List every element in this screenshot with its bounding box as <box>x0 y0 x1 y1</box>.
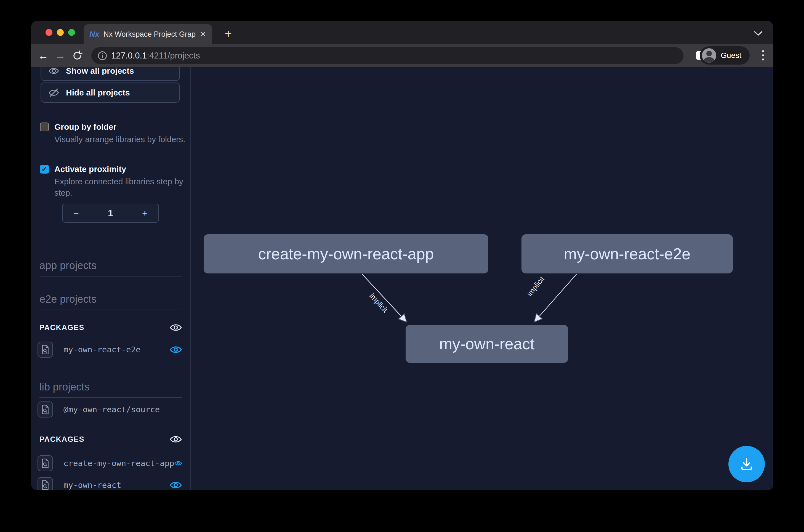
app-projects-header: app projects <box>39 260 182 277</box>
project-row-create-my-own-react-app[interactable]: create-my-own-react-app <box>38 455 182 471</box>
download-icon <box>739 456 754 472</box>
url-host: 127.0.0.1 <box>111 51 147 60</box>
eye-off-icon <box>48 87 59 98</box>
e2e-projects-header: e2e projects <box>39 293 182 310</box>
hide-all-projects-button[interactable]: Hide all projects <box>41 82 180 103</box>
project-row-my-own-react[interactable]: my-own-react <box>38 477 182 490</box>
graph-node-my-own-react-e2e[interactable]: my-own-react-e2e <box>521 234 733 273</box>
graph-node-create-my-own-react-app[interactable]: create-my-own-react-app <box>204 234 489 273</box>
edge-label-implicit: implicit <box>368 292 389 314</box>
packages-visibility-eye-icon[interactable] <box>169 435 182 444</box>
activate-proximity-checkbox[interactable]: ✓ <box>40 165 49 174</box>
group-by-folder-checkbox[interactable] <box>40 122 49 131</box>
packages-label: PACKAGES <box>39 323 84 332</box>
group-by-folder-option: Group by folder Visually arrange librari… <box>40 121 182 145</box>
project-visibility-eye-icon[interactable] <box>169 345 182 354</box>
proximity-increment-button[interactable]: + <box>131 204 158 222</box>
project-name: create-my-own-react-app <box>63 459 174 468</box>
profile-label: Guest <box>721 51 741 60</box>
reload-button[interactable] <box>69 50 86 61</box>
zoom-window-button[interactable] <box>68 29 75 36</box>
project-visibility-eye-icon[interactable] <box>169 480 182 490</box>
proximity-stepper: − 1 + <box>62 204 159 223</box>
url-bar[interactable]: 127.0.0.1:4211/projects <box>91 47 684 64</box>
project-name: @my-own-react/source <box>63 405 182 414</box>
minimize-window-button[interactable] <box>57 29 64 36</box>
lib-projects-header: lib projects <box>39 381 182 398</box>
project-graph-canvas[interactable]: create-my-own-react-app my-own-react-e2e… <box>191 67 773 490</box>
group-by-folder-description: Visually arrange libraries by folders. <box>54 134 186 145</box>
forward-button[interactable]: → <box>52 50 69 62</box>
browser-window: Nx Nx Workspace Project Graph ✕ + ← → 12… <box>31 21 773 490</box>
avatar-icon <box>702 48 716 63</box>
node-label: create-my-own-react-app <box>258 245 434 263</box>
project-name: my-own-react <box>63 480 169 490</box>
packages-visibility-eye-icon[interactable] <box>169 323 182 332</box>
packages-header-e2e: PACKAGES <box>39 323 182 332</box>
browser-menu-button[interactable] <box>762 50 764 60</box>
url-text: 127.0.0.1:4211/projects <box>111 51 200 61</box>
node-label: my-own-react-e2e <box>564 245 690 263</box>
group-by-folder-label: Group by folder <box>54 121 182 132</box>
tab-close-icon[interactable]: ✕ <box>200 30 206 39</box>
new-tab-button[interactable]: + <box>221 26 236 41</box>
packages-label: PACKAGES <box>39 435 84 444</box>
close-window-button[interactable] <box>45 29 53 36</box>
project-visibility-eye-icon[interactable] <box>174 459 182 468</box>
file-search-icon <box>38 477 53 490</box>
profile-chip[interactable]: Guest <box>700 46 750 64</box>
project-sidebar: Show all projects Hide all projects Grou… <box>31 67 190 490</box>
tab-strip: Nx Nx Workspace Project Graph ✕ + <box>31 21 773 44</box>
browser-toolbar: ← → 127.0.0.1:4211/projects Guest <box>31 44 773 67</box>
proximity-value: 1 <box>90 204 131 222</box>
url-path: :4211/projects <box>147 51 200 60</box>
app-content: Show all projects Hide all projects Grou… <box>31 67 773 490</box>
tab-search-chevron-icon[interactable] <box>753 30 763 36</box>
site-info-icon[interactable] <box>94 51 111 61</box>
nx-favicon-icon: Nx <box>90 30 99 39</box>
project-row-my-own-react-source[interactable]: @my-own-react/source <box>38 401 182 417</box>
file-search-icon <box>38 401 53 417</box>
file-search-icon <box>38 342 53 358</box>
edge-label-implicit: implicit <box>525 275 546 298</box>
graph-node-my-own-react[interactable]: my-own-react <box>406 325 568 363</box>
tab-title: Nx Workspace Project Graph <box>103 30 196 39</box>
show-all-projects-label: Show all projects <box>66 66 134 76</box>
hide-all-projects-label: Hide all projects <box>66 88 130 97</box>
project-row-my-own-react-e2e[interactable]: my-own-react-e2e <box>38 342 182 358</box>
activate-proximity-label: Activate proximity <box>54 164 182 175</box>
packages-header-lib: PACKAGES <box>39 435 182 444</box>
download-graph-button[interactable] <box>728 446 765 482</box>
node-label: my-own-react <box>439 335 534 353</box>
activate-proximity-description: Explore connected libraries step by step… <box>54 176 186 198</box>
back-button[interactable]: ← <box>35 50 52 62</box>
proximity-decrement-button[interactable]: − <box>63 204 90 222</box>
file-search-icon <box>38 455 53 471</box>
graph-edges <box>191 67 773 490</box>
tab-nx-workspace-project-graph[interactable]: Nx Nx Workspace Project Graph ✕ <box>83 24 212 44</box>
activate-proximity-option: ✓ Activate proximity Explore connected l… <box>40 164 182 198</box>
project-name: my-own-react-e2e <box>63 345 169 354</box>
